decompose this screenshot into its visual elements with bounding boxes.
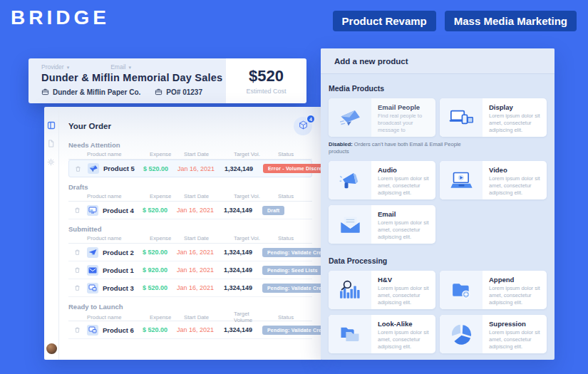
estimated-cost-value: $520 [249,67,284,85]
order-content: Your Order 4 Needs AttentionProduct name… [59,107,322,339]
megaphone-icon [329,161,371,199]
card-text: AudioLorem ipsum dolor sit amet, consect… [371,161,435,199]
disabled-note: Disabled: Orders can't have both Email &… [329,141,475,155]
column-header-target-volume: Target Vol. [224,193,261,199]
provider-dropdown[interactable]: Provider▾ [41,63,69,71]
card-grid: Email PeopleFind real people to broadcas… [329,98,547,244]
product-name: Product 3 [103,284,141,292]
status-badge: Pending: Seed Lists [262,266,323,275]
card-title: Display [489,103,541,111]
table-header-row: Product nameExpenseStart DateTarget Vol.… [68,191,312,202]
card-title: Supression [489,320,541,328]
product-card-display[interactable]: DisplayLorem ipsum dolor sit amet, conse… [440,98,547,137]
product-target-volume: 1,324,149 [224,249,261,256]
product-expense: $ 920.00 [143,266,175,274]
order-header-left: Provider▾ Email▾ Dunder & Miflin Memoria… [29,58,226,103]
product-start-date: Jan 16, 2021 [177,207,222,214]
card-text: DisplayLorem ipsum dolor sit amet, conse… [483,98,547,137]
card-title: Email [378,210,430,218]
card-title: Email People [378,103,430,111]
document-icon[interactable] [47,140,56,148]
product-card-append[interactable]: AppendLorem ipsum dolor sit amet, consec… [440,271,547,309]
column-header-start-date: Start Date [177,314,222,321]
table-header-row: Product nameExpenseStart DateTarget Vol.… [68,233,312,244]
product-name: Product 4 [103,207,141,214]
product-target-volume: 1,324,149 [224,326,261,333]
card-description: Find real people to broadcast your messa… [378,113,430,133]
product-card-supression[interactable]: SupressionLorem ipsum dolor sit amet, co… [440,315,547,353]
product-expense: $ 520.00 [143,165,176,172]
delete-product-button[interactable] [68,281,86,294]
devices-icon [440,98,483,137]
product-card-email[interactable]: EmailLorem ipsum dolor sit amet, consect… [329,205,435,244]
delete-product-button[interactable] [69,162,86,175]
trash-icon [75,162,81,175]
delete-product-button[interactable] [68,204,86,217]
product-target-volume: 1,324,149 [225,165,262,172]
card-text: SupressionLorem ipsum dolor sit amet, co… [483,315,547,353]
folders-icon [329,315,371,353]
trash-icon [74,264,81,276]
card-text: EmailLorem ipsum dolor sit amet, consect… [371,205,435,244]
pie-icon [440,315,483,353]
card-text: Email PeopleFind real people to broadcas… [371,98,435,137]
card-description: Lorem ipsum dolor sit amet, consectetur … [489,329,541,350]
product-card-email-people[interactable]: Email PeopleFind real people to broadcas… [329,98,435,137]
briefcase-icon [41,88,49,97]
nav-button-product-revamp[interactable]: Product Revamp [333,11,436,31]
your-order-title: Your Order [68,117,111,130]
column-header-expense: Expense [143,314,175,321]
product-card-look-alike[interactable]: Look-AlikeLorem ipsum dolor sit amet, co… [329,315,435,353]
display-add-icon [87,325,98,336]
column-header-start-date: Start Date [177,151,222,157]
board-icon[interactable] [47,121,56,130]
product-expense: $ 520.00 [143,249,175,256]
order-section-label-drafts: Drafts [68,183,312,191]
order-panel: Your Order 4 Needs AttentionProduct name… [44,107,322,360]
column-header-target-volume: Target Volume [224,311,261,323]
column-header-expense: Expense [143,193,175,199]
order-section-label-needs-attention: Needs Attention [68,141,312,149]
email-people-icon [329,98,371,137]
display-add-icon [87,283,98,294]
product-card-audio[interactable]: AudioLorem ipsum dolor sit amet, consect… [329,161,435,199]
trash-icon [74,204,81,217]
product-card-h-v[interactable]: H&VLorem ipsum dolor sit amet, consectet… [329,271,435,309]
product-row: Product 5$ 520.00Jan 16, 20211,324,149Er… [68,160,312,177]
delete-product-button[interactable] [68,264,86,276]
email-dropdown[interactable]: Email▾ [110,63,131,71]
gear-icon[interactable] [47,158,56,167]
product-name: Product 2 [103,249,141,256]
chart-search-icon [329,271,371,309]
product-name: Product 5 [103,165,142,172]
trash-icon [74,323,81,336]
nav-button-mass-media-marketing[interactable]: Mass Media Marketing [445,11,577,31]
column-header-status: Status [262,193,312,199]
column-header-product-name: Product name [87,193,141,199]
email-icon [87,265,98,276]
card-description: Lorem ipsum dolor sit amet, consectetur … [489,285,541,306]
column-header-start-date: Start Date [177,235,222,241]
order-summary-button[interactable]: 4 [294,117,312,135]
chevron-down-icon: ▾ [128,65,131,70]
product-row: Product 3$ 520.00Jan 16, 20211,324,149Pe… [68,279,312,297]
po-number: PO# 01237 [155,88,202,97]
add-product-title: Add a new product [321,48,555,74]
order-count-badge: 4 [306,115,315,123]
column-header-product-name: Product name [87,235,141,241]
card-title: Video [489,166,541,174]
add-section-label-data-processing: Data Processing [329,256,547,265]
order-section-label-submitted: Submitted [68,225,312,233]
card-description: Lorem ipsum dolor sit amet, consectetur … [378,285,430,306]
sidebar-rail [44,107,59,360]
delete-product-button[interactable] [68,323,86,336]
product-card-video[interactable]: VideoLorem ipsum dolor sit amet, consect… [440,161,547,199]
delete-product-button[interactable] [68,246,86,259]
package-icon [299,120,308,133]
product-expense: $ 520.00 [143,326,175,333]
user-avatar[interactable] [46,343,57,354]
product-start-date: Jan 16, 2021 [177,284,222,291]
email-people-icon [88,163,99,174]
card-title: Append [489,276,541,284]
card-text: Look-AlikeLorem ipsum dolor sit amet, co… [371,315,435,353]
